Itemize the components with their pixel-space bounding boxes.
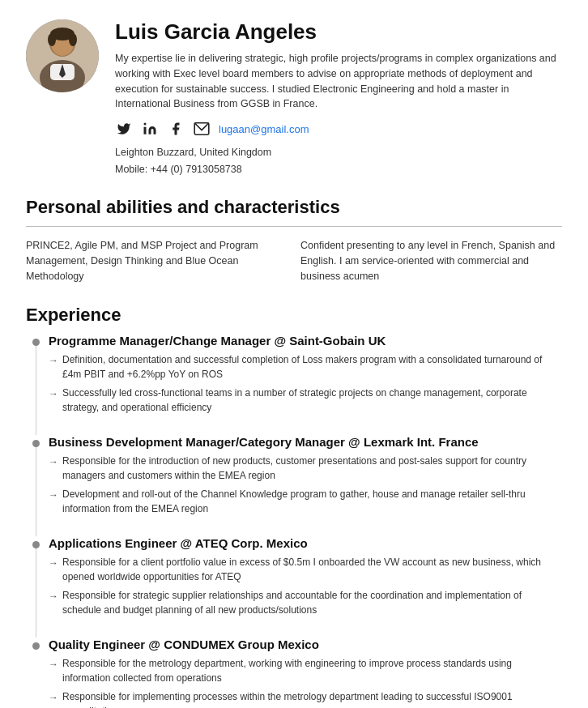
svg-point-9 xyxy=(144,123,147,126)
bullet-text: Definition, documentation and successful… xyxy=(62,352,562,382)
contact-info: Leighton Buzzard, United Kingdom Mobile:… xyxy=(115,144,562,179)
social-row: lugaan@gmail.com xyxy=(115,120,562,138)
bullet-arrow-icon: → xyxy=(49,556,58,570)
twitter-icon[interactable] xyxy=(115,120,133,138)
exp-item-line xyxy=(36,548,36,638)
exp-bullet: →Responsible for the metrology departmen… xyxy=(49,656,562,685)
bullet-arrow-icon: → xyxy=(49,690,58,705)
experience-list: Programme Manager/Change Manager @ Saint… xyxy=(26,334,562,708)
experience-title: Experience xyxy=(26,305,562,326)
bullet-arrow-icon: → xyxy=(49,386,58,401)
abilities-col2: Confident presenting to any level in Fre… xyxy=(300,238,562,285)
bio-text: My expertise lie in delivering strategic… xyxy=(115,51,562,112)
header-section: Luis Garcia Angeles My expertise lie in … xyxy=(26,19,562,179)
svg-point-8 xyxy=(69,33,77,46)
bullet-text: Responsible for the metrology department… xyxy=(62,656,562,685)
bullet-text: Successfully led cross-functional teams … xyxy=(62,386,562,415)
exp-item-title: Programme Manager/Change Manager @ Saint… xyxy=(49,334,562,348)
exp-bullet: →Successfully led cross-functional teams… xyxy=(49,386,562,415)
exp-item: Quality Engineer @ CONDUMEX Group Mexico… xyxy=(49,638,562,708)
person-name: Luis Garcia Angeles xyxy=(115,19,562,45)
bullet-text: Development and roll-out of the Channel … xyxy=(62,487,562,516)
mail-icon[interactable] xyxy=(193,120,211,138)
bullet-text: Responsible for implementing processes w… xyxy=(62,689,562,708)
exp-item: Business Development Manager/Category Ma… xyxy=(49,435,562,520)
exp-bullet: →Development and roll-out of the Channel… xyxy=(49,487,562,516)
exp-item: Programme Manager/Change Manager @ Saint… xyxy=(49,334,562,419)
exp-item-line xyxy=(36,346,36,435)
exp-item: Applications Engineer @ ATEQ Corp. Mexic… xyxy=(49,536,562,621)
experience-section: Experience Programme Manager/Change Mana… xyxy=(26,305,562,708)
bullet-text: Responsible for a client portfolio value… xyxy=(62,555,562,584)
location-text: Leighton Buzzard, United Kingdom xyxy=(115,144,562,161)
email-link[interactable]: lugaan@gmail.com xyxy=(219,123,309,135)
header-info: Luis Garcia Angeles My expertise lie in … xyxy=(115,19,562,179)
bullet-text: Responsible for strategic supplier relat… xyxy=(62,588,562,617)
bullet-arrow-icon: → xyxy=(49,589,58,604)
exp-bullet: →Responsible for strategic supplier rela… xyxy=(49,588,562,617)
abilities-title: Personal abilities and characteristics xyxy=(26,197,562,218)
abilities-col1: PRINCE2, Agile PM, and MSP Project and P… xyxy=(26,238,288,285)
exp-bullet: →Definition, documentation and successfu… xyxy=(49,352,562,382)
exp-bullet: →Responsible for a client portfolio valu… xyxy=(49,555,562,584)
exp-item-line xyxy=(36,447,36,536)
abilities-section: Personal abilities and characteristics P… xyxy=(26,197,562,285)
mobile-text: Mobile: +44 (0) 7913058738 xyxy=(115,161,562,178)
exp-item-title: Business Development Manager/Category Ma… xyxy=(49,435,562,449)
exp-bullet: →Responsible for implementing processes … xyxy=(49,689,562,708)
exp-item-title: Applications Engineer @ ATEQ Corp. Mexic… xyxy=(49,536,562,550)
bullet-arrow-icon: → xyxy=(49,454,58,469)
linkedin-icon[interactable] xyxy=(141,120,159,138)
bullet-arrow-icon: → xyxy=(49,657,58,672)
avatar xyxy=(26,19,99,92)
facebook-icon[interactable] xyxy=(167,120,185,138)
exp-item-title: Quality Engineer @ CONDUMEX Group Mexico xyxy=(49,638,562,651)
abilities-divider xyxy=(26,226,562,227)
exp-bullet: →Responsible for the introduction of new… xyxy=(49,454,562,483)
bullet-arrow-icon: → xyxy=(49,488,58,502)
svg-point-7 xyxy=(48,33,56,46)
abilities-grid: PRINCE2, Agile PM, and MSP Project and P… xyxy=(26,238,562,285)
bullet-text: Responsible for the introduction of new … xyxy=(62,454,562,483)
bullet-arrow-icon: → xyxy=(49,353,58,368)
